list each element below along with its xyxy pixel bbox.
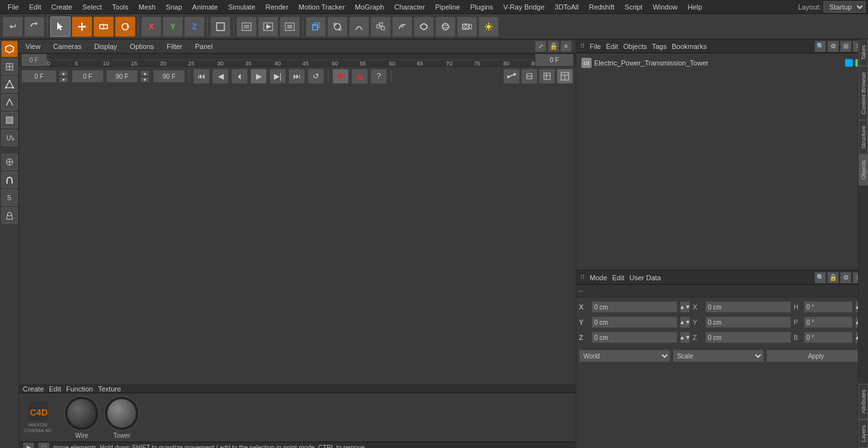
- status-icon2[interactable]: □: [38, 442, 50, 448]
- attr-y2-input[interactable]: [705, 316, 791, 328]
- menu-window[interactable]: Window: [648, 0, 682, 13]
- model-mode-btn[interactable]: [1, 41, 18, 57]
- end-frame-input[interactable]: [106, 70, 138, 83]
- go-to-start-btn[interactable]: ⏮: [193, 69, 210, 84]
- vp-menu-filter[interactable]: Filter: [164, 43, 184, 50]
- fps-input[interactable]: [153, 70, 185, 83]
- spline-btn[interactable]: [327, 17, 348, 37]
- menu-plugins[interactable]: Plugins: [465, 0, 498, 13]
- attr-b-input[interactable]: [804, 332, 853, 343]
- attr-world-dropdown[interactable]: World: [579, 350, 670, 362]
- vp-menu-view[interactable]: View: [23, 43, 43, 50]
- next-frame-btn[interactable]: ▶|: [269, 69, 286, 84]
- menu-character[interactable]: Character: [389, 0, 430, 13]
- prev-frame-btn[interactable]: ◀: [212, 69, 229, 84]
- vertex-mode-btn[interactable]: [1, 76, 18, 93]
- object-dot-blue[interactable]: [845, 59, 853, 67]
- frame-down-btn[interactable]: ▼: [59, 77, 68, 83]
- objects-search-btn[interactable]: 🔍: [815, 41, 826, 52]
- camera-btn[interactable]: [457, 17, 477, 37]
- help-btn[interactable]: ?: [370, 69, 387, 84]
- end-frame-down-btn[interactable]: ▼: [140, 77, 149, 83]
- attr-menu-userdata[interactable]: User Data: [630, 274, 661, 282]
- attr-p-input[interactable]: [804, 316, 853, 328]
- attr-menu-edit[interactable]: Edit: [613, 274, 625, 282]
- menu-motion-tracker[interactable]: Motion Tracker: [294, 0, 350, 13]
- menu-animate[interactable]: Animate: [187, 0, 223, 13]
- attr-x2-input[interactable]: [705, 301, 791, 313]
- material-swatch-tower[interactable]: [104, 396, 139, 431]
- loop-btn[interactable]: ↺: [308, 69, 324, 84]
- rotate-tool[interactable]: [115, 17, 135, 37]
- menu-file[interactable]: File: [3, 0, 24, 13]
- attr-scale-dropdown[interactable]: Scale: [673, 350, 764, 362]
- attr-z-pos-input[interactable]: [592, 332, 677, 343]
- render-all-btn[interactable]: [280, 17, 300, 37]
- attr-y-pos-spinner[interactable]: ▲▼: [680, 316, 690, 328]
- tab-content-browser[interactable]: Content Browser: [858, 66, 868, 120]
- menu-vray[interactable]: V-Ray Bridge: [498, 0, 550, 13]
- scene-btn[interactable]: [435, 17, 456, 37]
- x-axis-btn[interactable]: X: [141, 17, 161, 37]
- obj-menu-edit[interactable]: Edit: [606, 43, 618, 50]
- tab-attributes[interactable]: Attributes: [858, 384, 868, 419]
- record-btn[interactable]: [332, 69, 349, 84]
- attr-apply-button[interactable]: Apply: [766, 350, 865, 362]
- vp-menu-cameras[interactable]: Cameras: [51, 43, 85, 50]
- auto-key-btn[interactable]: [351, 69, 368, 84]
- cube-btn[interactable]: [306, 17, 326, 37]
- frame-up-btn[interactable]: ▲: [59, 71, 68, 76]
- menu-tools[interactable]: Tools: [107, 0, 133, 13]
- menu-mesh[interactable]: Mesh: [133, 0, 161, 13]
- object-mode-btn[interactable]: [210, 17, 231, 37]
- menu-snap[interactable]: Snap: [161, 0, 187, 13]
- current-frame-input[interactable]: [22, 70, 57, 83]
- attr-settings-btn[interactable]: ⚙: [840, 272, 851, 283]
- light-btn[interactable]: [478, 17, 499, 37]
- menu-mograph[interactable]: MoGraph: [350, 0, 390, 13]
- menu-create[interactable]: Create: [46, 0, 78, 13]
- menu-help[interactable]: Help: [682, 0, 707, 13]
- y-axis-btn[interactable]: Y: [163, 17, 183, 37]
- tab-objects[interactable]: Objects: [858, 154, 868, 186]
- dope-sheet-btn[interactable]: [539, 69, 555, 84]
- status-icon1[interactable]: ▶: [23, 442, 34, 448]
- objects-settings-btn[interactable]: ⚙: [827, 41, 839, 52]
- cloner-btn[interactable]: [370, 17, 391, 37]
- obj-menu-objects[interactable]: Objects: [623, 43, 647, 50]
- uv-mode-btn[interactable]: UV: [1, 130, 18, 146]
- tab-structure[interactable]: Structure: [858, 120, 868, 155]
- motion-path-btn[interactable]: [503, 69, 520, 84]
- object-row-tower[interactable]: L0 Electric_Power_Transmission_Tower: [579, 56, 865, 70]
- move-tool[interactable]: [72, 17, 92, 37]
- attr-z-pos-spinner[interactable]: ▲▼: [680, 332, 690, 343]
- vp-lock-btn[interactable]: 🔒: [548, 41, 559, 52]
- material-tower[interactable]: Tower: [104, 396, 139, 439]
- scale-tool[interactable]: [93, 17, 114, 37]
- attr-x-pos-input[interactable]: [592, 301, 677, 313]
- deformer-btn[interactable]: [392, 17, 412, 37]
- vp-menu-panel[interactable]: Panel: [193, 43, 215, 50]
- attr-lock-btn[interactable]: 🔒: [827, 272, 839, 283]
- key-selection-btn[interactable]: [521, 69, 538, 84]
- tab-layers[interactable]: Layers: [858, 419, 868, 448]
- z-axis-btn[interactable]: Z: [184, 17, 205, 37]
- timeline-btn[interactable]: [557, 69, 573, 84]
- attr-h-input[interactable]: [804, 301, 853, 313]
- play-forward-btn[interactable]: ▶: [250, 69, 267, 84]
- vp-menu-display[interactable]: Display: [92, 43, 119, 50]
- menu-3dtoall[interactable]: 3DToAll: [550, 0, 584, 13]
- material-wire[interactable]: Wire: [64, 396, 99, 439]
- menu-edit[interactable]: Edit: [24, 0, 46, 13]
- vp-settings-btn[interactable]: ≡: [560, 41, 572, 52]
- attr-search-btn[interactable]: 🔍: [815, 272, 826, 283]
- menu-redshift[interactable]: Redshift: [584, 0, 620, 13]
- snap-btn[interactable]: [1, 154, 18, 170]
- poly-mode-btn[interactable]: [1, 112, 18, 128]
- attr-z2-input[interactable]: [705, 332, 791, 343]
- obj-menu-tags[interactable]: Tags: [652, 43, 667, 50]
- attr-x-pos-spinner[interactable]: ▲▼: [680, 301, 690, 313]
- menu-render[interactable]: Render: [261, 0, 294, 13]
- mat-menu-function[interactable]: Function: [66, 385, 93, 393]
- nurbs-btn[interactable]: [349, 17, 369, 37]
